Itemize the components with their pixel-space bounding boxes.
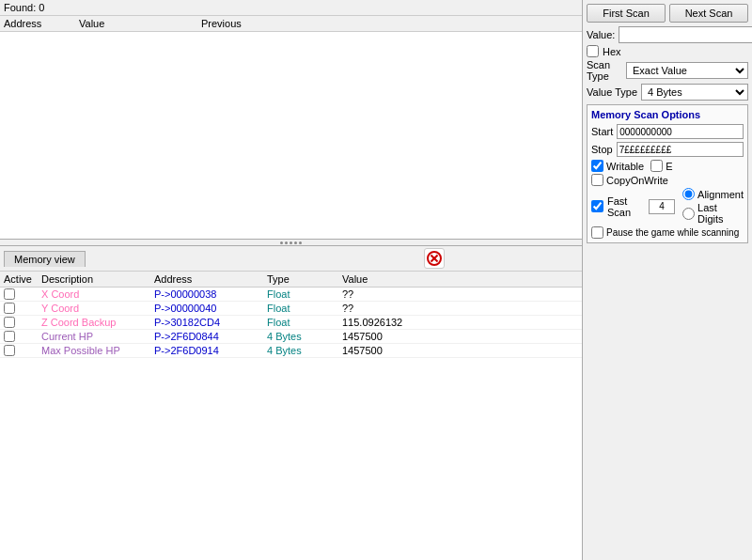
pause-row: Pause the game while scanning xyxy=(591,226,744,239)
executable-checkbox[interactable] xyxy=(650,160,663,172)
value-type-row: Value Type 4 Bytes 1 Byte 2 Bytes 8 Byte… xyxy=(587,84,748,101)
alignment-radio[interactable] xyxy=(682,188,695,200)
right-bottom xyxy=(587,247,748,556)
col-header-previous: Previous xyxy=(201,18,578,29)
memory-view-bar: Memory view xyxy=(0,246,582,272)
row-active xyxy=(4,303,41,314)
row-checkbox[interactable] xyxy=(4,303,15,314)
row-active xyxy=(4,331,41,342)
value-input[interactable] xyxy=(619,26,752,43)
col-header-address: Address xyxy=(4,18,79,29)
row-value: 115.0926132 xyxy=(342,317,578,328)
resize-handle[interactable] xyxy=(0,239,582,246)
memory-scan-options: Memory Scan Options Start Stop Writable … xyxy=(587,104,748,243)
delete-button[interactable] xyxy=(424,248,445,269)
next-scan-button[interactable]: Next Scan xyxy=(669,4,748,23)
delete-icon xyxy=(427,251,442,266)
row-address: P->30182CD4 xyxy=(154,317,267,328)
start-input[interactable] xyxy=(617,124,744,139)
pause-label: Pause the game while scanning xyxy=(606,227,739,238)
row-value: 1457500 xyxy=(342,345,578,356)
found-bar: Found: 0 xyxy=(0,0,582,16)
col-header-description: Description xyxy=(41,273,154,285)
row-active xyxy=(4,317,41,328)
copy-on-write-label: CopyOnWrite xyxy=(606,175,668,186)
fast-scan-checkbox[interactable] xyxy=(591,200,603,212)
fast-scan-label: Fast Scan xyxy=(607,195,645,218)
fast-scan-row: Fast Scan Alignment Last Digits xyxy=(591,188,744,225)
memory-view-tab[interactable]: Memory view xyxy=(4,251,86,267)
col-header-value: Value xyxy=(342,273,578,285)
bottom-section: Memory view Active Description Address T… xyxy=(0,246,582,560)
row-active xyxy=(4,345,41,356)
hex-label: Hex xyxy=(603,46,621,57)
first-scan-button[interactable]: First Scan xyxy=(587,4,666,23)
scan-type-dropdown[interactable]: Exact Value Bigger than... Smaller than.… xyxy=(626,62,748,79)
scan-type-row: Scan Type Exact Value Bigger than... Sma… xyxy=(587,59,748,82)
row-checkbox[interactable] xyxy=(4,317,15,328)
row-checkbox[interactable] xyxy=(4,345,15,356)
stop-input[interactable] xyxy=(617,142,744,157)
row-address: P->2F6D0914 xyxy=(154,345,267,356)
value-label: Value: xyxy=(587,29,615,40)
row-type: Float xyxy=(267,303,342,314)
start-label: Start xyxy=(591,126,613,137)
row-description: X Coord xyxy=(41,288,154,300)
scan-results-body xyxy=(0,32,582,239)
last-digits-label: Last Digits xyxy=(697,202,744,225)
executable-label: E xyxy=(666,161,672,172)
cheat-table: X Coord P->00000038 Float ?? Y Coord P->… xyxy=(0,288,582,560)
col-header-value: Value xyxy=(79,18,201,29)
last-digits-row: Last Digits xyxy=(682,202,744,225)
cheat-table-header: Active Description Address Type Value xyxy=(0,272,582,288)
row-description: Current HP xyxy=(41,331,154,342)
scan-options-title: Memory Scan Options xyxy=(591,109,744,120)
value-section: Value: Hex Scan Type Exact Value Bigger … xyxy=(587,26,748,101)
writable-checkbox[interactable] xyxy=(591,160,603,172)
fast-scan-input[interactable] xyxy=(649,199,675,214)
stop-row: Stop xyxy=(591,142,744,157)
radio-group: Alignment Last Digits xyxy=(682,188,744,225)
alignment-label: Alignment xyxy=(697,189,744,200)
start-row: Start xyxy=(591,124,744,139)
row-address: P->00000038 xyxy=(154,288,267,300)
value-row: Value: xyxy=(587,26,748,43)
col-header-type: Type xyxy=(267,273,342,285)
row-value: 1457500 xyxy=(342,331,578,342)
row-value: ?? xyxy=(342,303,578,314)
scan-type-label: Scan Type xyxy=(587,59,622,82)
right-panel: First Scan Next Scan Value: Hex Scan Typ… xyxy=(583,0,752,560)
alignment-row: Alignment xyxy=(682,188,744,200)
row-checkbox[interactable] xyxy=(4,331,15,342)
row-type: 4 Bytes xyxy=(267,345,342,356)
hex-row: Hex xyxy=(587,45,748,57)
row-description: Z Coord Backup xyxy=(41,317,154,328)
copy-on-write-row: CopyOnWrite xyxy=(591,174,744,186)
last-digits-radio[interactable] xyxy=(682,208,695,220)
writable-row: Writable E xyxy=(591,160,744,172)
table-row: Max Possible HP P->2F6D0914 4 Bytes 1457… xyxy=(0,344,582,358)
row-checkbox[interactable] xyxy=(4,288,15,300)
hex-checkbox[interactable] xyxy=(587,45,599,57)
resize-dots-icon xyxy=(280,241,302,244)
row-description: Y Coord xyxy=(41,303,154,314)
pause-checkbox[interactable] xyxy=(591,226,603,239)
value-type-dropdown[interactable]: 4 Bytes 1 Byte 2 Bytes 8 Bytes Float Dou… xyxy=(641,84,748,101)
row-type: Float xyxy=(267,288,342,300)
row-type: Float xyxy=(267,317,342,328)
row-address: P->00000040 xyxy=(154,303,267,314)
value-type-label: Value Type xyxy=(587,86,637,98)
table-row: Z Coord Backup P->30182CD4 Float 115.092… xyxy=(0,316,582,330)
table-row: Current HP P->2F6D0844 4 Bytes 1457500 xyxy=(0,330,582,344)
stop-label: Stop xyxy=(591,144,613,155)
table-row: Y Coord P->00000040 Float ?? xyxy=(0,302,582,316)
row-address: P->2F6D0844 xyxy=(154,331,267,342)
copy-on-write-checkbox[interactable] xyxy=(591,174,603,186)
writable-label: Writable xyxy=(606,161,644,172)
table-row: X Coord P->00000038 Float ?? xyxy=(0,288,582,302)
col-header-address: Address xyxy=(154,273,267,285)
col-header-active: Active xyxy=(4,273,41,285)
row-description: Max Possible HP xyxy=(41,345,154,356)
row-type: 4 Bytes xyxy=(267,331,342,342)
row-value: ?? xyxy=(342,288,578,300)
